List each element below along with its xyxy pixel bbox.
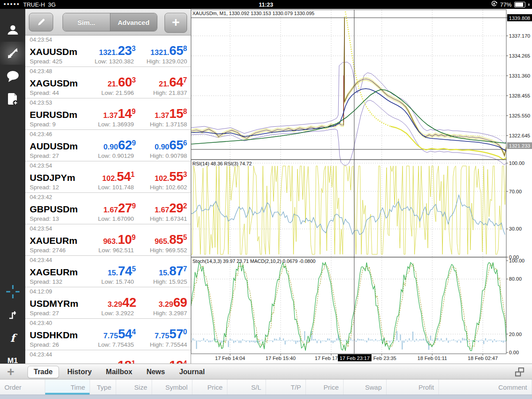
column-header-comment[interactable]: Comment xyxy=(439,379,532,395)
column-header-swap[interactable]: Swap xyxy=(344,379,387,395)
spread-label: Spread: 27 xyxy=(30,153,74,161)
low-label: Low: 15.740 xyxy=(74,278,134,287)
quote-row-xauusdm[interactable]: 04:23:54XAUUSDm1321.2331321.658Spread: 4… xyxy=(25,35,191,67)
quotes-panel: Sim...Advanced + 04:23:54XAUUSDm1321.233… xyxy=(25,9,191,364)
quote-time: 04:23:54 xyxy=(30,36,187,43)
quote-row-usdjpym[interactable]: 04:23:54USDJPYm102.541102.553Spread: 12L… xyxy=(25,161,191,193)
account-icon[interactable] xyxy=(0,19,25,42)
column-header-type[interactable]: Type xyxy=(90,379,116,395)
spread-label: Spread: 27 xyxy=(30,310,74,318)
symbol-label: GBPUSDm xyxy=(30,204,78,215)
add-symbol-button[interactable]: + xyxy=(164,13,187,33)
quote-row-xagusdm[interactable]: 04:23:48XAGUSDm21.60321.647Spread: 44Low… xyxy=(25,67,191,98)
high-label: High: 102.602 xyxy=(134,184,187,192)
column-header-price[interactable]: Price xyxy=(306,379,344,395)
bid-price: 21.603 xyxy=(78,75,136,90)
document-add-icon[interactable] xyxy=(0,88,25,111)
tab-trade[interactable]: Trade xyxy=(27,366,59,378)
quote-row-usdmyrm[interactable]: 04:12:09USDMYRm3.29423.2969Spread: 27Low… xyxy=(25,287,191,319)
bid-price: 0.89181 xyxy=(77,358,135,364)
quote-time: 04:23:53 xyxy=(30,99,187,106)
column-header-sl[interactable]: S/L xyxy=(227,379,266,395)
crosshair-icon[interactable] xyxy=(0,280,25,303)
quote-row-gbpusdm[interactable]: 04:23:42GBPUSDm1.672791.67292Spread: 13L… xyxy=(25,193,191,224)
column-header-order[interactable]: Order xyxy=(0,379,45,395)
edit-quotes-button[interactable] xyxy=(29,13,53,31)
segment-sim[interactable]: Sim... xyxy=(63,13,110,31)
ask-price: 3.2969 xyxy=(136,295,187,310)
symbol-label: EURUSDm xyxy=(30,110,77,120)
add-order-button[interactable]: + xyxy=(7,365,14,379)
high-label: High: 3.2987 xyxy=(134,310,187,318)
quote-row-eurusdm[interactable]: 04:23:53EURUSDm1.371491.37158Spread: 9Lo… xyxy=(25,98,191,130)
symbol-label: AUDUSDm xyxy=(30,141,78,152)
quote-time: 04:12:09 xyxy=(30,288,187,295)
quote-time: 04:23:48 xyxy=(30,68,187,75)
bid-price: 15.745 xyxy=(78,264,136,278)
spread-label: Spread: 132 xyxy=(30,278,74,287)
spread-label: Spread: 9 xyxy=(30,121,74,129)
tab-news[interactable]: News xyxy=(141,366,171,378)
quote-row-xaueurm[interactable]: 04:23:54XAUEURm963.109965.855Spread: 274… xyxy=(25,224,191,256)
tab-journal[interactable]: Journal xyxy=(173,366,211,378)
svg-text:1325.550: 1325.550 xyxy=(509,113,530,118)
ask-price: 102.553 xyxy=(135,169,187,184)
chat-bubble-icon[interactable] xyxy=(0,65,25,88)
bid-price: 963.109 xyxy=(77,232,136,247)
quote-row-usdhkdm[interactable]: 04:23:40USDHKDm7.755447.75570Spread: 26L… xyxy=(25,319,191,350)
ask-price: 15.877 xyxy=(136,264,187,278)
segment-advanced[interactable]: Advanced xyxy=(110,13,157,31)
column-header-price[interactable]: Price xyxy=(192,379,227,395)
bid-price: 1.37149 xyxy=(77,106,136,121)
function-icon[interactable]: f xyxy=(0,326,25,349)
svg-text:70.00: 70.00 xyxy=(509,189,522,194)
column-header-size[interactable]: Size xyxy=(116,379,152,395)
svg-text:30.00: 30.00 xyxy=(509,226,522,231)
left-sidebar: f M1 xyxy=(0,9,25,364)
chart-area[interactable]: 1337.1701334.2651331.3601328.4551325.550… xyxy=(191,9,532,364)
object-line-icon[interactable] xyxy=(0,303,25,326)
symbol-label: XAUUSDm xyxy=(30,47,77,57)
ask-price: 0.90656 xyxy=(136,138,187,153)
low-label: Low: 1320.382 xyxy=(74,58,134,66)
quote-time: 04:23:46 xyxy=(30,131,187,138)
battery-tip xyxy=(528,4,529,6)
low-label: Low: 3.2922 xyxy=(74,310,134,318)
mode-segmented-control: Sim...Advanced xyxy=(63,13,157,31)
column-header-tp[interactable]: T/P xyxy=(266,379,306,395)
quotes-toolbar: Sim...Advanced + xyxy=(25,9,191,35)
quote-row-usdchfm[interactable]: 04:23:44USDCHFm0.891810.89194 xyxy=(25,350,191,364)
svg-text:1321.233: 1321.233 xyxy=(509,143,530,149)
tab-history[interactable]: History xyxy=(62,366,98,378)
bid-price: 3.2942 xyxy=(78,295,136,310)
tab-mailbox[interactable]: Mailbox xyxy=(100,366,138,378)
svg-text:0.00: 0.00 xyxy=(509,350,519,355)
windows-layout-icon[interactable] xyxy=(514,367,525,379)
quote-time: 04:23:54 xyxy=(30,162,187,169)
high-label: High: 1.37158 xyxy=(134,121,187,129)
bid-price: 0.90629 xyxy=(78,138,136,153)
svg-text:80.00: 80.00 xyxy=(509,276,522,282)
bid-price: 102.541 xyxy=(75,169,135,184)
battery-icon xyxy=(514,2,525,8)
spread-label: Spread: 12 xyxy=(30,184,74,192)
bid-price: 1321.233 xyxy=(77,43,136,58)
svg-text:100.00: 100.00 xyxy=(509,160,524,166)
trade-arrows-icon[interactable] xyxy=(0,42,25,65)
spread-label: Spread: 26 xyxy=(30,341,74,350)
svg-text:17 Feb 15:40: 17 Feb 15:40 xyxy=(266,356,296,361)
column-header-profit[interactable]: Profit xyxy=(387,379,439,395)
high-label: High: 7.75544 xyxy=(134,341,187,350)
quote-row-audusdm[interactable]: 04:23:46AUDUSDm0.906290.90656Spread: 27L… xyxy=(25,130,191,161)
high-label: High: 0.90798 xyxy=(134,153,187,161)
quote-row-xageurm[interactable]: 04:23:44XAGEURm15.74515.877Spread: 132Lo… xyxy=(25,256,191,287)
column-header-time[interactable]: Time xyxy=(45,379,90,395)
clock-label: 11:23 xyxy=(259,1,274,8)
status-bar: ●●●●● TRUE-H 3G 11:23 77% xyxy=(0,0,532,9)
ask-price: 1321.658 xyxy=(136,43,187,58)
mt4-app-screen: ●●●●● TRUE-H 3G 11:23 77% xyxy=(0,0,532,399)
spread-label: Spread: 2746 xyxy=(30,247,74,255)
symbol-label: XAGEURm xyxy=(30,267,78,278)
column-header-symbol[interactable]: Symbol xyxy=(152,379,192,395)
high-label: High: 1.67341 xyxy=(134,215,187,224)
